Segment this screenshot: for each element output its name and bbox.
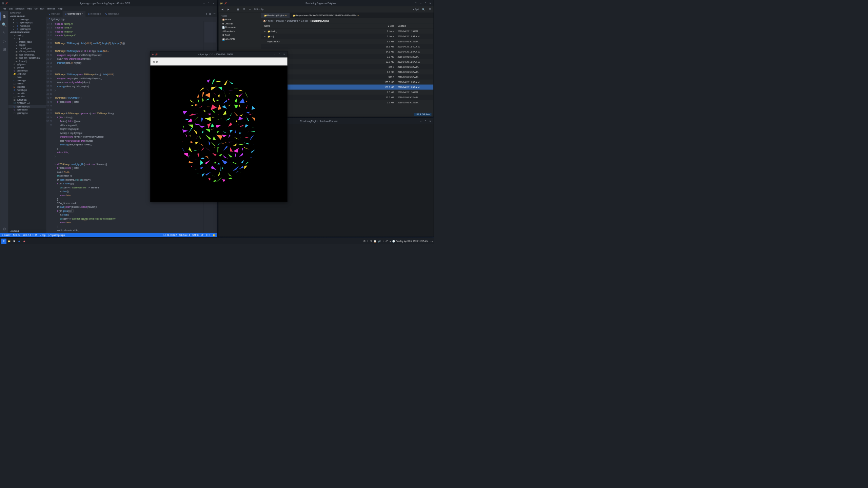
tray-icon[interactable]: ⊞ <box>363 240 366 243</box>
menu-go[interactable]: Go <box>33 7 39 10</box>
clock[interactable]: 🕐 Sunday, April 26, 2020 11:57 A.M. <box>392 240 429 243</box>
menu-icon[interactable]: ☰ <box>428 7 432 12</box>
min-icon[interactable]: ⌄ <box>419 1 423 5</box>
open-editor-item[interactable]: ×Cmain.cpp <box>8 18 46 21</box>
project-section[interactable]: RENDERINGENGINE <box>8 31 46 34</box>
place-desktop[interactable]: 🖥 Desktop <box>219 22 261 26</box>
place-downloads[interactable]: ⬇ Downloads <box>219 29 261 34</box>
settings-icon[interactable]: ⚙ <box>0 225 8 233</box>
show-desktop-icon[interactable]: ▭ <box>431 240 433 243</box>
tree-item[interactable]: ▸diablo3_pose <box>8 47 46 50</box>
problems[interactable]: ⊘ 0 ⚠ 0 ⓘ 35 <box>23 233 37 237</box>
bluetooth-icon[interactable]: ᛒ <box>367 240 369 243</box>
menu-selection[interactable]: Selection <box>14 7 26 10</box>
tree-item[interactable]: Cmain.cpp <box>8 79 46 82</box>
tree-item[interactable]: ⬚tgaimage.o <box>8 111 46 115</box>
min-icon[interactable]: ⌄ <box>202 1 206 5</box>
start-icon[interactable]: K <box>1 239 6 244</box>
editor-tab[interactable]: Cmain.cpp <box>46 11 63 17</box>
close-icon[interactable]: ✕ <box>282 53 286 57</box>
battery-icon[interactable]: 🗲 <box>386 240 388 243</box>
place-home[interactable]: 🏠 Home <box>219 18 261 22</box>
tree-item[interactable]: ▦floor_diffuse.tga <box>8 53 46 57</box>
close-icon[interactable]: ✕ <box>428 1 432 5</box>
editor-tab[interactable]: Cmodel.cpp <box>85 11 103 17</box>
close-icon[interactable]: ✕ <box>428 119 432 123</box>
crumb[interactable]: RenderingEngine <box>311 20 329 22</box>
tree-item[interactable]: ⓘREADME.md <box>8 101 46 105</box>
breadcrumb[interactable]: Ctgaimage.cpp <box>46 17 217 21</box>
tree-item[interactable]: Ctgaimage.cpp <box>8 105 46 108</box>
breadcrumb-bar[interactable]: 🏠 › home › mbassili › Documents › GitHub… <box>261 18 434 24</box>
tree-item[interactable]: Cgeometry.h <box>8 69 46 73</box>
menu-terminal[interactable]: Terminal <box>46 7 57 10</box>
search-icon[interactable]: 🔍 <box>421 7 426 12</box>
tree-item[interactable]: ⚙.project <box>8 66 46 69</box>
pin-icon[interactable]: 📌 <box>5 2 8 5</box>
network-icon[interactable]: ⇅ <box>370 240 372 243</box>
tree-item[interactable]: Cmodel.h <box>8 92 46 95</box>
language-mode[interactable]: C++ <box>206 234 210 237</box>
crumb[interactable]: mbassili <box>276 20 284 22</box>
task-terminal-icon[interactable]: ▣ <box>12 239 17 244</box>
search-icon[interactable]: 🔍 <box>0 21 8 29</box>
task-gwen-icon[interactable]: ◆ <box>22 239 27 244</box>
dolphin-titlebar[interactable]: 📁 📌 RenderingEngine — Dolphin ? ⌄ ⌃ ✕ <box>219 0 434 6</box>
vscode-titlebar[interactable]: ▤ 📌 tgaimage.cpp - RenderingEngine - Cod… <box>0 0 217 6</box>
min-icon[interactable]: ⌄ <box>419 119 423 123</box>
sort-by-button[interactable]: ⇅ Sort By <box>254 8 264 11</box>
menu-edit[interactable]: Edit <box>7 7 14 10</box>
notifications-icon[interactable]: 🔔 <box>213 234 215 237</box>
tree-item[interactable]: ▸african_head <box>8 40 46 44</box>
tree-item[interactable]: ▸devlog <box>8 34 46 37</box>
place-otherssd[interactable]: 💾 otherSSD <box>219 37 261 41</box>
tree-item[interactable]: 🔑LICENSE <box>8 73 46 76</box>
max-icon[interactable]: ⌃ <box>423 1 428 5</box>
pin-icon[interactable]: 📌 <box>224 2 227 5</box>
debug-icon[interactable]: ▷ <box>0 37 8 45</box>
task-dolphin-icon[interactable]: 📁 <box>6 239 12 244</box>
task-code-icon[interactable]: ◆ <box>17 239 22 244</box>
tree-item[interactable]: ⬚model.o <box>8 95 46 98</box>
location-tab[interactable]: 📁 tinyrenderer-68a5ae382135d679891423fb5… <box>290 13 362 18</box>
git-branch[interactable]: ᚼ master <box>2 234 11 237</box>
crumb[interactable]: GitHub <box>301 20 308 22</box>
cursor-pos[interactable]: Ln 51, Col 22 <box>163 234 177 237</box>
crumb[interactable]: home <box>268 20 273 22</box>
tree-item[interactable]: ▦floor_nm_tangent.tga <box>8 56 46 60</box>
up-icon[interactable]: ▴ <box>390 240 391 243</box>
file-row[interactable]: ▸📁 obj7 items2020-04-26 11:54 A.M. <box>261 34 434 39</box>
image-canvas[interactable] <box>151 66 288 202</box>
bluetooth2-icon[interactable]: ᛒ <box>382 240 384 243</box>
menu-view[interactable]: View <box>26 7 33 10</box>
back-icon[interactable]: ◀ <box>220 7 225 12</box>
clipboard-icon[interactable]: 📋 <box>374 240 376 243</box>
tree-item[interactable]: Ctgaimage.h <box>8 108 46 111</box>
file-row[interactable]: 16.3 KiB2020-04-25 11:40 A.M. <box>261 44 434 49</box>
extensions-icon[interactable]: ⊞ <box>0 45 8 53</box>
tree-item[interactable]: ▦african_head.obj <box>8 50 46 53</box>
scm-icon[interactable]: ⑂ <box>0 29 8 37</box>
file-row[interactable]: ▸📁 devlog2 items2020-04-25 1:19 P.M. <box>261 29 434 34</box>
encoding[interactable]: UTF-8 <box>192 234 198 237</box>
crumb[interactable]: Documents <box>287 20 298 22</box>
volume-icon[interactable]: 🔊 <box>378 240 381 243</box>
split-button[interactable]: ⫿ Split <box>413 8 419 11</box>
open-editors-section[interactable]: OPEN EDITORS <box>8 15 46 18</box>
menu-run[interactable]: Run <box>39 7 46 10</box>
tree-item[interactable]: ▦floor.obj <box>8 60 46 63</box>
place-trash[interactable]: 🗑 Trash <box>219 33 261 37</box>
lang-status[interactable]: ✓ cpp <box>40 234 46 237</box>
max-icon[interactable]: ⌃ <box>277 53 281 57</box>
min-icon[interactable]: ⌄ <box>273 53 277 57</box>
max-icon[interactable]: ⌃ <box>207 1 211 5</box>
tab-size[interactable]: Tab Size: 4 <box>179 234 190 237</box>
tree-item[interactable]: ⬚main <box>8 76 46 79</box>
next-icon[interactable]: ▶ <box>156 60 159 63</box>
menu-help[interactable]: Help <box>57 7 64 10</box>
file-row[interactable]: h geometry.h6.7 KiB2016-02-01 5:32 A.M. <box>261 39 434 44</box>
prev-icon[interactable]: ◀ <box>152 60 155 63</box>
tree-item[interactable]: ▸obj <box>8 37 46 40</box>
place-documents[interactable]: 📄 Documents <box>219 25 261 29</box>
more-icon[interactable]: ⋯ <box>213 13 216 15</box>
